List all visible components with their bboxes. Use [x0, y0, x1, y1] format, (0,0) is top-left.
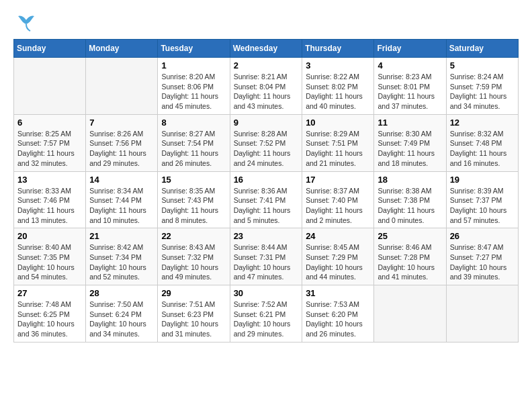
day-info: Sunrise: 7:52 AM Sunset: 6:21 PM Dayligh…: [234, 300, 299, 339]
day-number: 4: [378, 60, 442, 71]
day-number: 5: [450, 60, 515, 71]
day-number: 2: [234, 60, 299, 71]
day-number: 28: [89, 288, 154, 298]
bird-icon: [15, 13, 37, 32]
calendar-cell: 26Sunrise: 8:47 AM Sunset: 7:27 PM Dayli…: [446, 228, 518, 285]
calendar-cell: 29Sunrise: 7:51 AM Sunset: 6:23 PM Dayli…: [158, 285, 230, 342]
day-info: Sunrise: 8:26 AM Sunset: 7:56 PM Dayligh…: [89, 129, 154, 169]
calendar-cell: 10Sunrise: 8:29 AM Sunset: 7:51 PM Dayli…: [302, 114, 374, 171]
day-number: 7: [89, 118, 154, 128]
logo: [13, 13, 37, 32]
day-info: Sunrise: 8:32 AM Sunset: 7:48 PM Dayligh…: [450, 129, 515, 169]
day-number: 16: [234, 175, 299, 185]
day-info: Sunrise: 8:20 AM Sunset: 8:06 PM Dayligh…: [161, 72, 226, 111]
day-info: Sunrise: 8:42 AM Sunset: 7:34 PM Dayligh…: [89, 242, 154, 282]
calendar-cell: 28Sunrise: 7:50 AM Sunset: 6:24 PM Dayli…: [86, 285, 158, 342]
day-info: Sunrise: 8:38 AM Sunset: 7:38 PM Dayligh…: [378, 186, 442, 226]
day-number: 14: [89, 175, 154, 185]
calendar-cell: 5Sunrise: 8:24 AM Sunset: 7:59 PM Daylig…: [446, 58, 518, 115]
calendar-cell: 15Sunrise: 8:35 AM Sunset: 7:43 PM Dayli…: [158, 171, 230, 228]
calendar-cell: 8Sunrise: 8:27 AM Sunset: 7:54 PM Daylig…: [158, 114, 230, 171]
day-number: 3: [306, 60, 370, 71]
day-info: Sunrise: 8:39 AM Sunset: 7:37 PM Dayligh…: [450, 186, 515, 226]
calendar-cell: 21Sunrise: 8:42 AM Sunset: 7:34 PM Dayli…: [86, 228, 158, 285]
day-number: 23: [234, 231, 299, 241]
day-info: Sunrise: 8:44 AM Sunset: 7:31 PM Dayligh…: [234, 242, 299, 282]
calendar-cell: 6Sunrise: 8:25 AM Sunset: 7:57 PM Daylig…: [14, 114, 86, 171]
calendar-week-row: 27Sunrise: 7:48 AM Sunset: 6:25 PM Dayli…: [14, 285, 519, 342]
column-header-tuesday: Tuesday: [158, 40, 230, 58]
calendar-cell: [86, 58, 158, 115]
day-info: Sunrise: 8:27 AM Sunset: 7:54 PM Dayligh…: [161, 129, 226, 169]
day-number: 26: [450, 231, 515, 241]
calendar-cell: 11Sunrise: 8:30 AM Sunset: 7:49 PM Dayli…: [374, 114, 446, 171]
column-header-thursday: Thursday: [302, 40, 374, 58]
day-number: 30: [234, 288, 299, 298]
day-info: Sunrise: 7:50 AM Sunset: 6:24 PM Dayligh…: [89, 300, 154, 339]
calendar-cell: 24Sunrise: 8:45 AM Sunset: 7:29 PM Dayli…: [302, 228, 374, 285]
day-number: 8: [161, 118, 226, 128]
day-info: Sunrise: 8:46 AM Sunset: 7:28 PM Dayligh…: [378, 242, 442, 282]
calendar-cell: 4Sunrise: 8:23 AM Sunset: 8:01 PM Daylig…: [374, 58, 446, 115]
day-info: Sunrise: 8:37 AM Sunset: 7:40 PM Dayligh…: [306, 186, 370, 226]
calendar-cell: 3Sunrise: 8:22 AM Sunset: 8:02 PM Daylig…: [302, 58, 374, 115]
day-info: Sunrise: 8:23 AM Sunset: 8:01 PM Dayligh…: [378, 72, 442, 111]
day-number: 1: [161, 60, 226, 71]
day-info: Sunrise: 8:29 AM Sunset: 7:51 PM Dayligh…: [306, 129, 370, 169]
calendar-header-row: SundayMondayTuesdayWednesdayThursdayFrid…: [14, 40, 519, 58]
calendar-cell: [374, 285, 446, 342]
calendar-cell: [446, 285, 518, 342]
day-number: 25: [378, 231, 442, 241]
calendar-week-row: 6Sunrise: 8:25 AM Sunset: 7:57 PM Daylig…: [14, 114, 519, 171]
day-number: 27: [17, 288, 82, 298]
calendar-cell: 20Sunrise: 8:40 AM Sunset: 7:35 PM Dayli…: [14, 228, 86, 285]
day-info: Sunrise: 8:21 AM Sunset: 8:04 PM Dayligh…: [234, 72, 299, 111]
day-number: 12: [450, 118, 515, 128]
day-info: Sunrise: 8:45 AM Sunset: 7:29 PM Dayligh…: [306, 242, 370, 282]
day-info: Sunrise: 8:34 AM Sunset: 7:44 PM Dayligh…: [89, 186, 154, 226]
calendar-cell: 17Sunrise: 8:37 AM Sunset: 7:40 PM Dayli…: [302, 171, 374, 228]
day-number: 22: [161, 231, 226, 241]
day-number: 9: [234, 118, 299, 128]
column-header-saturday: Saturday: [446, 40, 518, 58]
day-info: Sunrise: 8:24 AM Sunset: 7:59 PM Dayligh…: [450, 72, 515, 111]
day-number: 20: [17, 231, 82, 241]
day-info: Sunrise: 7:51 AM Sunset: 6:23 PM Dayligh…: [161, 300, 226, 339]
day-info: Sunrise: 8:33 AM Sunset: 7:46 PM Dayligh…: [17, 186, 82, 226]
column-header-friday: Friday: [374, 40, 446, 58]
day-info: Sunrise: 7:48 AM Sunset: 6:25 PM Dayligh…: [17, 300, 82, 339]
column-header-monday: Monday: [86, 40, 158, 58]
day-info: Sunrise: 8:35 AM Sunset: 7:43 PM Dayligh…: [161, 186, 226, 226]
calendar-cell: 19Sunrise: 8:39 AM Sunset: 7:37 PM Dayli…: [446, 171, 518, 228]
calendar-cell: 12Sunrise: 8:32 AM Sunset: 7:48 PM Dayli…: [446, 114, 518, 171]
calendar-cell: 25Sunrise: 8:46 AM Sunset: 7:28 PM Dayli…: [374, 228, 446, 285]
calendar-week-row: 13Sunrise: 8:33 AM Sunset: 7:46 PM Dayli…: [14, 171, 519, 228]
day-info: Sunrise: 8:28 AM Sunset: 7:52 PM Dayligh…: [234, 129, 299, 169]
calendar-cell: 22Sunrise: 8:43 AM Sunset: 7:32 PM Dayli…: [158, 228, 230, 285]
calendar-cell: 27Sunrise: 7:48 AM Sunset: 6:25 PM Dayli…: [14, 285, 86, 342]
calendar-table: SundayMondayTuesdayWednesdayThursdayFrid…: [13, 39, 519, 342]
calendar-cell: 13Sunrise: 8:33 AM Sunset: 7:46 PM Dayli…: [14, 171, 86, 228]
day-info: Sunrise: 8:43 AM Sunset: 7:32 PM Dayligh…: [161, 242, 226, 282]
day-number: 18: [378, 175, 442, 185]
day-info: Sunrise: 8:30 AM Sunset: 7:49 PM Dayligh…: [378, 129, 442, 169]
day-info: Sunrise: 8:22 AM Sunset: 8:02 PM Dayligh…: [306, 72, 370, 111]
day-number: 29: [161, 288, 226, 298]
column-header-sunday: Sunday: [14, 40, 86, 58]
day-info: Sunrise: 8:47 AM Sunset: 7:27 PM Dayligh…: [450, 242, 515, 282]
day-number: 13: [17, 175, 82, 185]
day-number: 31: [306, 288, 370, 298]
page-header: [13, 13, 519, 32]
day-number: 15: [161, 175, 226, 185]
day-info: Sunrise: 7:53 AM Sunset: 6:20 PM Dayligh…: [306, 300, 370, 339]
calendar-cell: 1Sunrise: 8:20 AM Sunset: 8:06 PM Daylig…: [158, 58, 230, 115]
column-header-wednesday: Wednesday: [230, 40, 302, 58]
calendar-cell: 9Sunrise: 8:28 AM Sunset: 7:52 PM Daylig…: [230, 114, 302, 171]
day-number: 21: [89, 231, 154, 241]
calendar-cell: 23Sunrise: 8:44 AM Sunset: 7:31 PM Dayli…: [230, 228, 302, 285]
day-number: 11: [378, 118, 442, 128]
calendar-cell: 18Sunrise: 8:38 AM Sunset: 7:38 PM Dayli…: [374, 171, 446, 228]
calendar-week-row: 20Sunrise: 8:40 AM Sunset: 7:35 PM Dayli…: [14, 228, 519, 285]
calendar-cell: 30Sunrise: 7:52 AM Sunset: 6:21 PM Dayli…: [230, 285, 302, 342]
day-number: 24: [306, 231, 370, 241]
